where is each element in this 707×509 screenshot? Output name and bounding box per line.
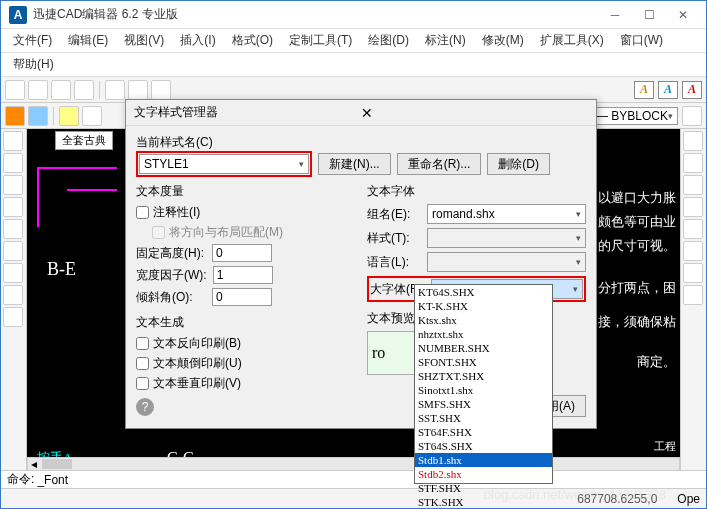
tool-icon[interactable] xyxy=(105,80,125,100)
tool-icon[interactable] xyxy=(28,106,48,126)
tool-icon[interactable] xyxy=(74,80,94,100)
dropdown-item[interactable]: Sinotxt1.shx xyxy=(415,383,552,397)
dropdown-item[interactable]: ST64S.SHX xyxy=(415,439,552,453)
minimize-button[interactable]: ─ xyxy=(600,5,630,25)
tool-icon[interactable] xyxy=(28,80,48,100)
menu-dim[interactable]: 标注(N) xyxy=(419,30,472,51)
menu-format[interactable]: 格式(O) xyxy=(226,30,279,51)
dropdown-item[interactable]: SFONT.SHX xyxy=(415,355,552,369)
tool-icon[interactable] xyxy=(151,80,171,100)
dropdown-item[interactable]: SST.SHX xyxy=(415,411,552,425)
app-icon: A xyxy=(9,6,27,24)
dropdown-item[interactable]: ST64F.SHX xyxy=(415,425,552,439)
menu-window[interactable]: 窗口(W) xyxy=(614,30,669,51)
mod-tool-icon[interactable] xyxy=(683,219,703,239)
dropdown-item[interactable]: Stdb2.shx xyxy=(415,467,552,481)
mod-tool-icon[interactable] xyxy=(683,241,703,261)
cad-text: 工程 xyxy=(654,439,676,454)
bigfont-dropdown-list[interactable]: KT64S.SHXKT-K.SHXKtsx.shxnhztxt.shxNUMBE… xyxy=(414,284,553,484)
delete-button[interactable]: 删除(D) xyxy=(487,153,550,175)
new-button[interactable]: 新建(N)... xyxy=(318,153,391,175)
drawing-tab[interactable]: 全套古典 xyxy=(55,131,113,150)
menu-ext[interactable]: 扩展工具(X) xyxy=(534,30,610,51)
cad-text: 的尺寸可视。 xyxy=(598,237,676,255)
dropdown-item[interactable]: NUMBER.SHX xyxy=(415,341,552,355)
fixed-height-label: 固定高度(H): xyxy=(136,245,206,262)
title-bar: A 迅捷CAD编辑器 6.2 专业版 ─ ☐ ✕ xyxy=(1,1,706,29)
style-combo[interactable]: ▾ xyxy=(427,228,586,248)
maximize-button[interactable]: ☐ xyxy=(634,5,664,25)
draw-tool-icon[interactable] xyxy=(3,175,23,195)
width-factor-label: 宽度因子(W): xyxy=(136,267,207,284)
cad-text: 接，须确保粘 xyxy=(598,313,676,331)
annotative-checkbox[interactable] xyxy=(136,206,149,219)
dialog-close-icon[interactable]: ✕ xyxy=(357,105,588,121)
draw-tool-icon[interactable] xyxy=(3,241,23,261)
text-style-a-icon[interactable]: A xyxy=(682,81,702,99)
text-style-a-icon[interactable]: A xyxy=(634,81,654,99)
gen-title: 文本生成 xyxy=(136,314,355,331)
dropdown-item[interactable]: STK.SHX xyxy=(415,495,552,509)
width-factor-input[interactable] xyxy=(213,266,273,284)
tool-icon[interactable] xyxy=(682,106,702,126)
byblock-combo[interactable]: — BYBLOCK▾ xyxy=(591,107,678,125)
dropdown-item[interactable]: SMFS.SHX xyxy=(415,397,552,411)
menu-file[interactable]: 文件(F) xyxy=(7,30,58,51)
status-ope: Ope xyxy=(677,492,700,506)
group-name-combo[interactable]: romand.shx▾ xyxy=(427,204,586,224)
tool-icon[interactable] xyxy=(82,106,102,126)
menu-modify[interactable]: 修改(M) xyxy=(476,30,530,51)
lang-combo[interactable]: ▾ xyxy=(427,252,586,272)
oblique-input[interactable] xyxy=(212,288,272,306)
cmd-value: _Font xyxy=(37,473,68,487)
backwards-checkbox[interactable] xyxy=(136,337,149,350)
dropdown-item[interactable]: KT64S.SHX xyxy=(415,285,552,299)
mod-tool-icon[interactable] xyxy=(683,153,703,173)
tool-icon[interactable] xyxy=(5,106,25,126)
command-bar[interactable]: 命令: _Font xyxy=(1,470,706,488)
rename-button[interactable]: 重命名(R)... xyxy=(397,153,482,175)
mod-tool-icon[interactable] xyxy=(683,197,703,217)
group-name-label: 组名(E): xyxy=(367,206,421,223)
current-style-combo[interactable]: STYLE1▾ xyxy=(139,154,309,174)
tool-icon[interactable] xyxy=(128,80,148,100)
mod-tool-icon[interactable] xyxy=(683,263,703,283)
cmd-label: 命令: xyxy=(7,471,34,488)
tool-icon[interactable] xyxy=(59,106,79,126)
dropdown-item[interactable]: STF.SHX xyxy=(415,481,552,495)
menu-view[interactable]: 视图(V) xyxy=(118,30,170,51)
menu-edit[interactable]: 编辑(E) xyxy=(62,30,114,51)
dropdown-item[interactable]: SHZTXT.SHX xyxy=(415,369,552,383)
dropdown-item[interactable]: nhztxt.shx xyxy=(415,327,552,341)
menu-insert[interactable]: 插入(I) xyxy=(174,30,221,51)
vertical-checkbox[interactable] xyxy=(136,377,149,390)
draw-tool-icon[interactable] xyxy=(3,285,23,305)
close-button[interactable]: ✕ xyxy=(668,5,698,25)
left-toolbar xyxy=(1,129,27,509)
draw-tool-icon[interactable] xyxy=(3,153,23,173)
draw-tool-icon[interactable] xyxy=(3,197,23,217)
upside-checkbox[interactable] xyxy=(136,357,149,370)
dropdown-item[interactable]: Ktsx.shx xyxy=(415,313,552,327)
draw-tool-icon[interactable] xyxy=(3,307,23,327)
mod-tool-icon[interactable] xyxy=(683,175,703,195)
draw-tool-icon[interactable] xyxy=(3,219,23,239)
help-icon[interactable]: ? xyxy=(136,398,154,416)
mod-tool-icon[interactable] xyxy=(683,131,703,151)
draw-tool-icon[interactable] xyxy=(3,131,23,151)
mod-tool-icon[interactable] xyxy=(683,285,703,305)
dropdown-item[interactable]: KT-K.SHX xyxy=(415,299,552,313)
tool-icon[interactable] xyxy=(5,80,25,100)
menu-bar-2: 帮助(H) xyxy=(1,53,706,77)
dialog-title: 文字样式管理器 xyxy=(134,104,357,121)
menu-custom[interactable]: 定制工具(T) xyxy=(283,30,358,51)
menu-help[interactable]: 帮助(H) xyxy=(7,54,60,75)
text-style-a-icon[interactable]: A xyxy=(658,81,678,99)
menu-bar: 文件(F) 编辑(E) 视图(V) 插入(I) 格式(O) 定制工具(T) 绘图… xyxy=(1,29,706,53)
menu-draw[interactable]: 绘图(D) xyxy=(362,30,415,51)
fixed-height-input[interactable] xyxy=(212,244,272,262)
tool-icon[interactable] xyxy=(51,80,71,100)
dropdown-item[interactable]: Stdb1.shx xyxy=(415,453,552,467)
draw-tool-icon[interactable] xyxy=(3,263,23,283)
h-scrollbar[interactable]: ◂ xyxy=(27,457,680,471)
